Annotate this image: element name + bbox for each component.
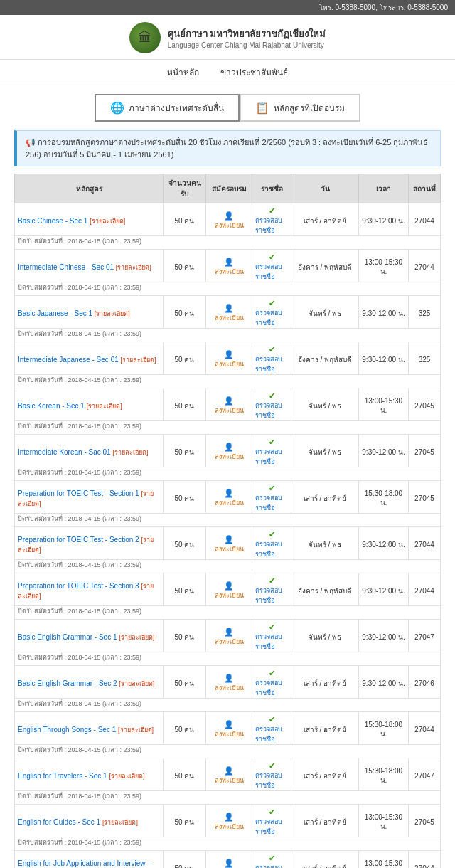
room-cell: 27045	[409, 805, 441, 837]
detail-link[interactable]: [รายละเอียด]	[90, 218, 125, 225]
enroll-button[interactable]: ลงทะเบียน	[215, 452, 244, 462]
course-name-cell: English for Travelers - Sec 1 [รายละเอีย…	[15, 758, 164, 791]
buy-button[interactable]: ราชชื่อ	[255, 642, 274, 652]
enroll-button[interactable]: ลงทะเบียน	[215, 221, 244, 231]
course-link[interactable]: English for Guides - Sec 1	[18, 818, 100, 826]
course-link[interactable]: Intermediate Korean - Sac 01	[18, 448, 111, 456]
enroll-button[interactable]: ลงทะเบียน	[215, 406, 244, 416]
check-button[interactable]: ตรวจสอบ	[255, 354, 282, 364]
count-cell: 50 คน	[164, 296, 206, 329]
check-button[interactable]: ตรวจสอบ	[255, 632, 282, 642]
buy-button[interactable]: ราชชื่อ	[255, 272, 274, 282]
buy-button[interactable]: ราชชื่อ	[255, 503, 274, 513]
check-button[interactable]: ตรวจสอบ	[255, 678, 282, 688]
course-link[interactable]: Preparation for TOEIC Test - Section 2	[18, 536, 139, 544]
buy-button[interactable]: ราชชื่อ	[255, 549, 274, 559]
enroll-button[interactable]: ลงทะเบียน	[215, 683, 244, 693]
check-button[interactable]: ตรวจสอบ	[255, 401, 282, 411]
course-link[interactable]: Preparation for TOEIC Test - Section 3	[18, 582, 139, 590]
course-link[interactable]: Basic English Grammar - Sec 1	[18, 633, 117, 641]
detail-link[interactable]: [รายละเอียด]	[112, 449, 148, 456]
course-link[interactable]: Basic English Grammar - Sec 2	[18, 679, 117, 687]
time-cell: 13:00-15:30 น.	[359, 388, 409, 421]
time-cell: 9:30-12:00 น.	[359, 203, 409, 236]
nav-home[interactable]: หน้าหลัก	[167, 65, 199, 79]
nav-news[interactable]: ข่าวประชาสัมพันธ์	[220, 65, 288, 79]
deadline-row: ปิดรับสมัครวันที่ : 2018-04-15 (เวลา : 2…	[15, 560, 441, 573]
logo-area: 🏛 ศูนย์กาษา มหาวิทยาลัยราชกัฏเชียงใหม่ L…	[0, 22, 455, 53]
enroll-button[interactable]: ลงทะเบียน	[215, 498, 244, 508]
enroll-button[interactable]: ลงทะเบียน	[215, 544, 244, 554]
buy-button[interactable]: ราชชื่อ	[255, 457, 274, 467]
course-link[interactable]: Basic Japanese - Sec 1	[18, 309, 92, 317]
check-button[interactable]: ตรวจสอบ	[255, 539, 282, 549]
detail-link[interactable]: [รายละเอียด]	[121, 356, 156, 364]
course-link[interactable]: English for Travelers - Sec 1	[18, 772, 107, 780]
check-button[interactable]: ตรวจสอบ	[255, 817, 282, 827]
buy-button[interactable]: ราชชื่อ	[255, 226, 274, 235]
enroll-button[interactable]: ลงทะเบียน	[215, 776, 244, 785]
time-cell: 13:00-15:30 น.	[359, 851, 409, 869]
check-button[interactable]: ตรวจสอบ	[255, 216, 282, 226]
enroll-button[interactable]: ลงทะเบียน	[215, 637, 244, 647]
buy-button[interactable]: ราชชื่อ	[255, 596, 274, 605]
check-icon: ✔	[269, 854, 275, 862]
count-cell: 50 คน	[164, 435, 206, 467]
buy-button[interactable]: ราชชื่อ	[255, 318, 274, 328]
enroll-button[interactable]: ลงทะเบียน	[215, 267, 244, 277]
check-button[interactable]: ตรวจสอบ	[255, 586, 282, 596]
buy-button[interactable]: ราชชื่อ	[255, 411, 274, 420]
detail-link[interactable]: [รายละเอียด]	[116, 264, 151, 271]
person-icon: 👤	[224, 720, 234, 729]
check-icon: ✔	[269, 206, 275, 215]
course-link[interactable]: English for Job Application and Intervie…	[18, 859, 150, 868]
check-button[interactable]: ตรวจสอบ	[255, 863, 282, 868]
course-link[interactable]: Basic Chinese - Sec 1	[18, 217, 87, 225]
col-course: หลักสูตร	[15, 174, 164, 203]
detail-link[interactable]: [รายละเอียด]	[119, 680, 154, 687]
day-cell: เสาร์ / อาทิตย์	[291, 481, 359, 514]
course-link[interactable]: Intermediate Japanese - Sec 01	[18, 356, 119, 364]
check-icon: ✔	[269, 576, 275, 585]
check-button[interactable]: ตรวจสอบ	[255, 771, 282, 780]
buy-button[interactable]: ราชชื่อ	[255, 364, 274, 374]
detail-link[interactable]: [รายละเอียด]	[118, 726, 154, 734]
enroll-button[interactable]: ลงทะเบียน	[215, 313, 244, 323]
deadline-row: ปิดรับสมัครวันที่ : 2018-04-15 (เวลา : 2…	[15, 467, 441, 481]
day-cell: เสาร์ / อาทิตย์	[291, 712, 359, 745]
course-link[interactable]: Basic Korean - Sec 1	[18, 402, 85, 410]
check-button[interactable]: ตรวจสอบ	[255, 308, 282, 318]
detail-link[interactable]: [รายละเอียด]	[119, 634, 154, 641]
enroll-cell: 👤 ลงทะเบียน	[206, 435, 252, 467]
buy-button[interactable]: ราชชื่อ	[255, 688, 274, 698]
buy-button[interactable]: ราชชื่อ	[255, 827, 274, 837]
detail-link[interactable]: [รายละเอียด]	[95, 310, 130, 317]
check-button[interactable]: ตรวจสอบ	[255, 447, 282, 457]
detail-link[interactable]: [รายละเอียด]	[109, 773, 144, 780]
check-button[interactable]: ตรวจสอบ	[255, 262, 282, 272]
check-button[interactable]: ตรวจสอบ	[255, 724, 282, 734]
time-cell: 9:30-12:00 น.	[359, 435, 409, 467]
enroll-button[interactable]: ลงทะเบียน	[215, 729, 244, 739]
check-button[interactable]: ตรวจสอบ	[255, 493, 282, 503]
course-link[interactable]: Preparation for TOEIC Test - Section 1	[18, 489, 139, 497]
deadline-row: ปิดรับสมัครวันที่ : 2018-04-15 (เวลา : 2…	[15, 236, 441, 250]
enroll-button[interactable]: ลงทะเบียน	[215, 359, 244, 369]
count-cell: 50 คน	[164, 388, 206, 421]
course-link[interactable]: English Through Songs - Sec 1	[18, 726, 116, 734]
detail-link[interactable]: [รายละเอียด]	[87, 403, 122, 410]
time-cell: 9:30-12:00 น.	[359, 573, 409, 606]
course-link[interactable]: Intermediate Chinese - Sec 01	[18, 263, 114, 271]
deadline-row: ปิดรับสมัครวันที่ : 2018-04-15 (เวลา : 2…	[15, 606, 441, 620]
enroll-button[interactable]: ลงทะเบียน	[215, 591, 244, 600]
buy-button[interactable]: ราชชื่อ	[255, 780, 274, 790]
nav: หน้าหลัก ข่าวประชาสัมพันธ์	[0, 60, 455, 85]
tab-language[interactable]: 🌐 ภาษาต่างประเทศระดับสื่น	[95, 94, 240, 122]
day-cell: จันทร์ / พธ	[291, 435, 359, 467]
buy-button[interactable]: ราชชื่อ	[255, 734, 274, 744]
tab-courses[interactable]: 📋 หลักสูตรที่เปิดอบรม	[240, 94, 360, 122]
check-icon: ✔	[269, 253, 275, 261]
detail-link[interactable]: [รายละเอียด]	[102, 819, 138, 826]
deadline-cell: ปิดรับสมัครวันที่ : 2018-04-15 (เวลา : 2…	[15, 282, 441, 296]
enroll-button[interactable]: ลงทะเบียน	[215, 822, 244, 832]
